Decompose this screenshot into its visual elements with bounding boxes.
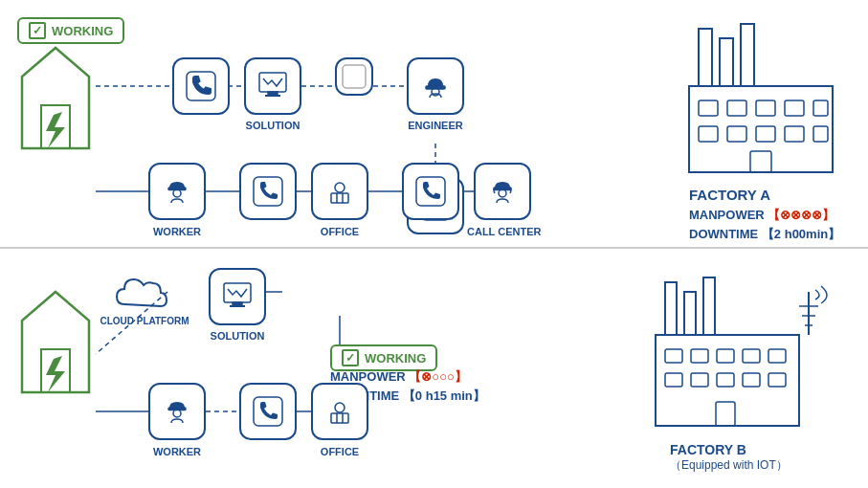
svg-rect-79 [768,373,786,387]
house-bottom [17,287,94,454]
svg-rect-74 [768,349,786,363]
svg-rect-48 [727,126,746,142]
svg-rect-47 [699,126,718,142]
svg-rect-75 [665,373,682,387]
svg-point-62 [335,403,345,412]
svg-rect-52 [750,151,771,172]
factory-b-labels: FACTORY B （Equipped with IOT） [670,442,788,474]
svg-rect-49 [756,126,775,142]
svg-rect-45 [785,100,804,116]
svg-marker-19 [46,112,65,148]
solution-icon-top [244,57,301,115]
working-badge-bottom: ✓ WORKING [330,344,437,371]
cloud-icon [113,268,180,320]
svg-rect-41 [689,86,833,172]
svg-rect-20 [187,72,215,100]
phone-icon-top-left [172,57,230,115]
svg-rect-35 [416,177,445,206]
svg-rect-61 [254,397,282,426]
diagram: ✓ WORKING SOLUTION [0,0,868,488]
worker-icon-bottom [148,383,206,440]
section-divider [0,247,868,249]
engineer-label-top: ENGINEER [407,120,464,131]
svg-rect-54 [41,349,70,392]
svg-rect-76 [691,373,708,387]
svg-rect-30 [254,177,282,206]
svg-rect-67 [684,292,696,335]
svg-marker-55 [46,356,65,392]
solution-label-bottom: SOLUTION [209,330,266,342]
svg-rect-43 [727,100,746,116]
svg-rect-66 [665,282,677,335]
svg-rect-78 [743,373,760,387]
factory-b-sub: （Equipped with IOT） [670,457,788,474]
svg-rect-51 [813,126,828,142]
downtime-a-line: DOWNTIME 【2 h00min】 [689,226,840,243]
factory-a-info: FACTORY A MANPOWER 【⊗⊗⊗⊗】 DOWNTIME 【2 h0… [689,187,840,245]
svg-rect-68 [703,277,715,335]
cloud-label: CLOUD PLATFORM [97,316,192,326]
svg-rect-63 [331,413,348,423]
svg-rect-46 [813,100,828,116]
svg-rect-32 [331,193,348,203]
svg-rect-42 [699,100,718,116]
office-label-bottom: OFFICE [311,446,368,457]
check-icon-bottom: ✓ [342,349,359,366]
house-top [17,43,94,210]
office-label-top: OFFICE [311,226,368,237]
svg-rect-44 [756,100,775,116]
worker-label-bottom: WORKER [148,446,206,457]
office-icon-bottom [311,383,368,440]
svg-rect-50 [785,126,804,142]
svg-rect-80 [716,402,735,426]
office-icon-top [311,163,368,220]
solution-label-top: SOLUTION [244,120,301,131]
svg-rect-39 [720,38,733,86]
svg-rect-24 [343,65,366,88]
working-badge-top: ✓ WORKING [17,17,124,44]
worker-label-top: WORKER [148,226,206,237]
working-label-bottom: WORKING [365,351,426,366]
svg-rect-38 [699,29,712,86]
relay-icon-top [335,57,373,96]
check-icon-top: ✓ [29,22,46,39]
phone-icon-worker-office [239,163,297,220]
svg-rect-73 [743,349,760,363]
factory-b [651,263,842,458]
svg-point-31 [335,183,345,192]
manpower-a-line: MANPOWER 【⊗⊗⊗⊗】 [689,207,840,224]
phone-icon-bottom-worker-office [239,383,297,440]
engineer-icon-top [407,57,464,115]
call-center-label: CALL CENTER [467,226,538,237]
svg-rect-70 [665,349,682,363]
svg-rect-72 [717,349,734,363]
svg-rect-18 [41,105,70,148]
phone-icon-office-callcenter [402,163,459,220]
factory-a-label: FACTORY A [689,187,840,203]
svg-rect-40 [741,24,754,86]
call-center-icon [474,163,531,220]
svg-rect-71 [691,349,708,363]
svg-rect-77 [717,373,734,387]
solution-icon-bottom [209,268,266,325]
factory-a [679,19,842,195]
working-label-top: WORKING [52,24,113,38]
factory-b-label: FACTORY B [670,442,788,457]
worker-icon-top [148,163,206,220]
